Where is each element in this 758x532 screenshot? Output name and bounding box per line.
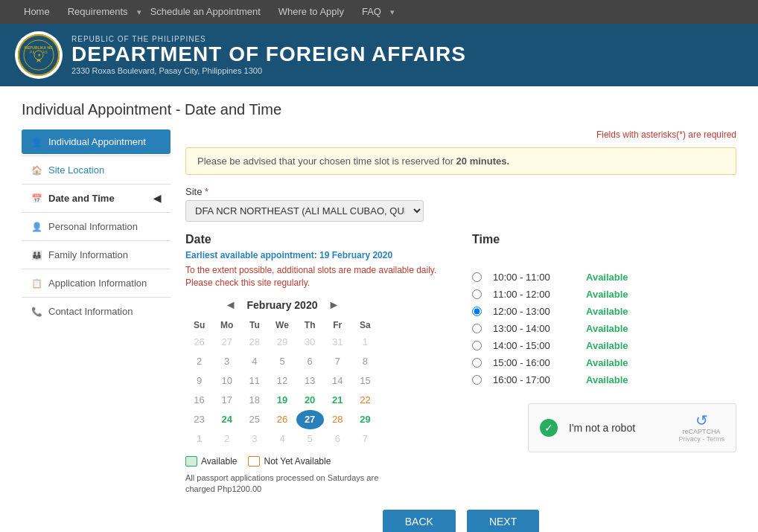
nav-faq[interactable]: FAQ	[353, 0, 390, 24]
sidebar-item-personal-info[interactable]: 👤 Personal Information	[22, 214, 171, 239]
calendar-cell: 8	[351, 352, 379, 371]
calendar-icon: 📅	[31, 193, 42, 204]
time-slot-radio[interactable]	[472, 358, 482, 368]
logo-area: REPUBLIKA NG PILIPINAS ★ Republic of the…	[15, 31, 466, 79]
calendar-cell: 11	[241, 371, 268, 391]
calendar-cell: 7	[351, 429, 379, 449]
header-address: 2330 Roxas Boulevard, Pasay City, Philip…	[71, 66, 466, 75]
main-layout: 👤 Individual Appointment 🏠 Site Location…	[22, 129, 736, 532]
calendar-cell[interactable]: 19	[268, 391, 296, 410]
nav-schedule[interactable]: Schedule an Appointment	[141, 0, 270, 24]
calendar-cell[interactable]: 27	[296, 410, 324, 429]
nav-home[interactable]: Home	[15, 0, 59, 24]
sidebar-item-contact-info[interactable]: 📞 Contact Information	[22, 299, 171, 324]
nav-where-to-apply[interactable]: Where to Apply	[270, 0, 353, 24]
calendar-cell: 13	[296, 371, 324, 391]
cal-day-sa: Sa	[351, 318, 379, 333]
legend-available-box	[185, 456, 197, 467]
calendar-cell[interactable]: 20	[296, 391, 324, 410]
date-heading: Date	[185, 233, 450, 246]
time-slot-row: 11:00 - 12:00Available	[472, 286, 736, 303]
cal-prev-button[interactable]: ◄	[222, 298, 240, 312]
calendar-cell: 4	[268, 429, 296, 449]
info-box-bold: 20 minutes.	[456, 156, 510, 167]
calendar-cell: 6	[296, 352, 324, 371]
sidebar-item-application-info[interactable]: 📋 Application Information	[22, 271, 171, 295]
calendar-cell: 5	[268, 352, 296, 371]
calendar-cell[interactable]: 22	[351, 391, 379, 410]
calendar-cell[interactable]: 28	[324, 410, 351, 429]
legend-available: Available	[185, 456, 237, 467]
sidebar-item-date-time[interactable]: 📅 Date and Time ◀	[22, 186, 171, 211]
sidebar-item-family-info[interactable]: 👪 Family Information	[22, 243, 171, 267]
calendar-cell: 17	[213, 391, 241, 410]
time-availability-label: Available	[586, 374, 628, 385]
sidebar-divider-6	[22, 297, 171, 298]
time-slot-radio[interactable]	[472, 341, 482, 350]
calendar-cell: 4	[241, 352, 268, 371]
cal-day-th: Th	[296, 318, 324, 333]
calendar-cell: 27	[213, 333, 241, 352]
calendar-cell: 15	[351, 371, 379, 391]
time-slots: 10:00 - 11:00Available11:00 - 12:00Avail…	[472, 269, 736, 388]
legend-not-available: Not Yet Available	[248, 456, 331, 467]
time-range-label: 10:00 - 11:00	[493, 272, 575, 283]
time-availability-label: Available	[586, 289, 628, 300]
cal-day-mo: Mo	[213, 318, 241, 333]
cal-next-button[interactable]: ►	[325, 298, 343, 312]
calendar-cell: 30	[296, 333, 324, 352]
header-text: Republic of the Philippines DEPARTMENT O…	[71, 35, 466, 75]
calendar-cell[interactable]: 24	[213, 410, 241, 429]
recaptcha-brand: reCAPTCHA	[683, 428, 721, 435]
calendar-cell: 3	[213, 352, 241, 371]
time-slot-radio[interactable]	[472, 272, 482, 282]
calendar-cell[interactable]: 1	[185, 429, 213, 449]
sidebar-divider-1	[22, 156, 171, 156]
required-note: Fields with asterisks(*) are required	[185, 129, 736, 140]
time-slot-radio[interactable]	[472, 307, 482, 316]
calendar-cell[interactable]: 29	[351, 410, 379, 429]
top-nav: Home Requirements ▾ Schedule an Appointm…	[0, 0, 758, 24]
time-slot-radio[interactable]	[472, 289, 482, 299]
nav-requirements[interactable]: Requirements	[59, 0, 137, 24]
logo-circle: REPUBLIKA NG PILIPINAS ★	[15, 31, 63, 79]
time-slot-radio[interactable]	[472, 375, 482, 385]
phone-icon: 📞	[31, 307, 42, 317]
arrow-icon: ◀	[153, 193, 161, 204]
calendar-cell: 2	[213, 429, 241, 449]
main-content: Fields with asterisks(*) are required Pl…	[185, 129, 736, 532]
calendar-cell: 12	[268, 371, 296, 391]
recaptcha-logo: ↺ reCAPTCHA Privacy - Terms	[678, 413, 724, 443]
sidebar-divider-3	[22, 212, 171, 213]
cal-day-tu: Tu	[241, 318, 268, 333]
button-row: BACK NEXT	[185, 510, 736, 532]
slots-note: To the extent possible, additional slots…	[185, 264, 450, 289]
time-slot-row: 16:00 - 17:00Available	[472, 371, 736, 388]
next-button[interactable]: NEXT	[467, 510, 539, 532]
site-label: Site *	[185, 186, 736, 197]
sidebar-item-site-location[interactable]: 🏠 Site Location	[22, 158, 171, 182]
time-heading: Time	[472, 233, 736, 246]
cal-day-we: We	[268, 318, 296, 333]
person-icon: 👤	[31, 137, 42, 147]
sidebar-item-individual-appointment[interactable]: 👤 Individual Appointment	[22, 129, 171, 154]
time-slot-radio[interactable]	[472, 324, 482, 333]
back-button[interactable]: BACK	[383, 510, 456, 532]
calendar-cell: 10	[213, 371, 241, 391]
calendar-cell: 28	[241, 333, 268, 352]
recaptcha-box[interactable]: ✓ I'm not a robot ↺ reCAPTCHA Privacy - …	[528, 403, 736, 452]
site-select[interactable]: DFA NCR NORTHEAST (ALI MALL CUBAO, QUEZO…	[185, 200, 424, 222]
time-availability-label: Available	[586, 357, 628, 368]
recaptcha-icon: ↺	[695, 413, 708, 428]
calendar-cell: 6	[324, 429, 351, 449]
time-availability-label: Available	[586, 340, 628, 351]
calendar-cell[interactable]: 26	[268, 410, 296, 429]
time-range-label: 14:00 - 15:00	[493, 340, 575, 351]
calendar-cell[interactable]: 21	[324, 391, 351, 410]
saturday-note: All passport applications processed on S…	[185, 472, 379, 496]
calendar-cell: 9	[185, 371, 213, 391]
cal-month-label: February 2020	[247, 299, 318, 311]
calendar: ◄ February 2020 ► Su Mo Tu We	[185, 298, 379, 496]
calendar-cell: 2	[185, 352, 213, 371]
calendar-cell: 23	[185, 410, 213, 429]
